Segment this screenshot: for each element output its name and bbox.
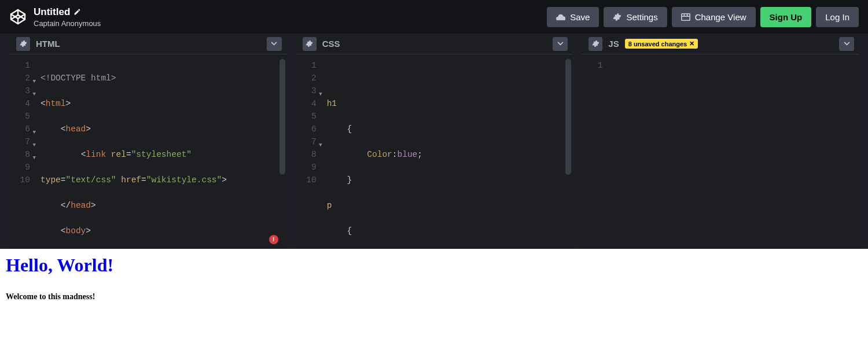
settings-label: Settings: [626, 12, 657, 22]
html-dropdown-button[interactable]: [267, 37, 282, 51]
css-dropdown-button[interactable]: [553, 37, 568, 51]
header-right: Save Settings Change View Sign Up Log In: [547, 7, 859, 27]
save-button[interactable]: Save: [547, 7, 599, 27]
html-gutter: 1 2▼ 3▼ 4 5 6▼ 7▼ 8▼ 9 10: [9, 54, 35, 249]
cloud-icon: [556, 13, 565, 20]
js-pane-header: JS 8 unsaved changes ✕: [582, 34, 859, 54]
editors-row: HTML 1 2▼ 3▼ 4 5 6▼ 7▼ 8▼ 9 10 <!DOCTYP: [0, 34, 868, 249]
header-left: Untitled Captain Anonymous: [9, 6, 101, 28]
html-pane-header: HTML: [9, 34, 286, 54]
gear-icon: [613, 13, 621, 21]
html-code-editor[interactable]: 1 2▼ 3▼ 4 5 6▼ 7▼ 8▼ 9 10 <!DOCTYPE html…: [9, 54, 286, 249]
login-button[interactable]: Log In: [816, 7, 859, 27]
js-settings-icon[interactable]: [589, 37, 602, 51]
js-gutter: 1: [582, 54, 607, 249]
svg-rect-3: [682, 13, 690, 20]
css-pane: CSS 1 2 3▼ 4 5 6 7▼ 8 9 10 h1 {: [296, 34, 573, 249]
js-code-editor[interactable]: 1: [582, 54, 859, 249]
preview-paragraph: Welcome to this madness!: [6, 292, 862, 301]
layout-icon: [681, 13, 690, 21]
js-code-body[interactable]: [607, 54, 859, 249]
close-icon[interactable]: ✕: [689, 40, 694, 47]
js-dropdown-button[interactable]: [839, 37, 854, 51]
html-code-body[interactable]: <!DOCTYPE html> <html> <head> <link rel=…: [35, 54, 286, 249]
error-indicator-icon[interactable]: !: [269, 235, 278, 244]
html-settings-icon[interactable]: [16, 37, 30, 51]
scrollbar-thumb[interactable]: [279, 59, 285, 175]
preview-pane: Hello, World! Welcome to this madness!: [0, 249, 868, 342]
css-gutter: 1 2 3▼ 4 5 6 7▼ 8 9 10: [296, 54, 321, 249]
change-view-label: Change View: [695, 12, 746, 22]
unsaved-changes-badge[interactable]: 8 unsaved changes ✕: [625, 39, 698, 49]
js-pane: JS 8 unsaved changes ✕ 1: [582, 34, 859, 249]
author-name[interactable]: Captain Anonymous: [34, 19, 101, 28]
change-view-button[interactable]: Change View: [672, 7, 756, 27]
css-settings-icon[interactable]: [303, 37, 317, 51]
login-label: Log In: [825, 12, 849, 22]
js-pane-title: JS: [608, 39, 619, 49]
edit-title-icon[interactable]: [73, 8, 81, 16]
title-block: Untitled Captain Anonymous: [34, 6, 101, 28]
signup-button[interactable]: Sign Up: [760, 7, 812, 27]
scrollbar-thumb[interactable]: [565, 59, 571, 175]
codepen-logo-icon[interactable]: [9, 8, 27, 25]
save-label: Save: [570, 12, 590, 22]
preview-heading: Hello, World!: [6, 255, 862, 276]
css-code-editor[interactable]: 1 2 3▼ 4 5 6 7▼ 8 9 10 h1 { Color:blue; …: [296, 54, 573, 249]
css-pane-title: CSS: [322, 39, 340, 49]
html-pane: HTML 1 2▼ 3▼ 4 5 6▼ 7▼ 8▼ 9 10 <!DOCTYP: [9, 34, 286, 249]
app-header: Untitled Captain Anonymous Save Settings…: [0, 0, 868, 34]
css-code-body[interactable]: h1 { Color:blue; } p { font-size:14px; f…: [321, 54, 573, 249]
signup-label: Sign Up: [770, 12, 803, 22]
pen-title[interactable]: Untitled: [34, 6, 70, 18]
settings-button[interactable]: Settings: [604, 7, 667, 27]
html-pane-title: HTML: [36, 39, 60, 49]
badge-text: 8 unsaved changes: [628, 41, 687, 47]
css-pane-header: CSS: [296, 34, 573, 54]
